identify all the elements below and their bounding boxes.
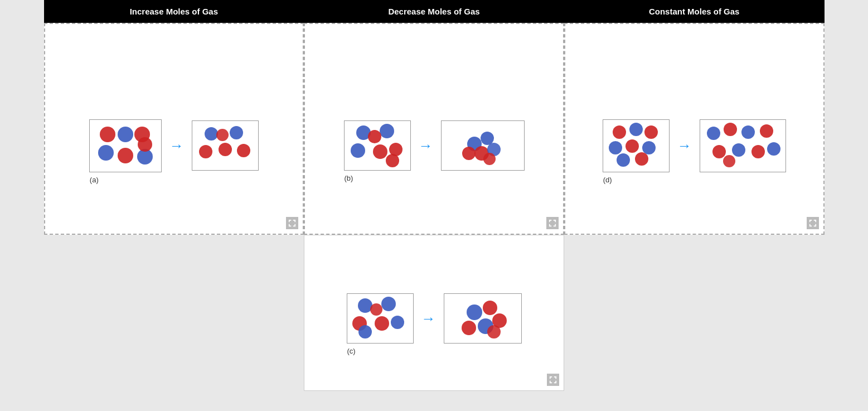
svg-point-55 bbox=[723, 155, 735, 167]
svg-point-32 bbox=[358, 325, 372, 339]
diagram-row-c: (c) → bbox=[347, 293, 522, 344]
svg-point-6 bbox=[138, 137, 152, 152]
panel-b: (b) → bbox=[304, 23, 564, 235]
column-constant: Constant Moles of Gas (d) bbox=[564, 0, 825, 391]
molecules-before-c bbox=[350, 296, 411, 341]
label-d: (d) bbox=[603, 176, 612, 184]
header-increase: Increase Moles of Gas bbox=[44, 0, 304, 23]
after-box-b bbox=[441, 120, 525, 171]
expand-button-b[interactable] bbox=[546, 217, 559, 229]
svg-point-1 bbox=[98, 145, 114, 161]
svg-point-38 bbox=[487, 325, 501, 339]
svg-point-25 bbox=[483, 153, 496, 165]
arrow-b: → bbox=[419, 137, 433, 154]
molecules-after-d bbox=[702, 121, 783, 170]
main-container: Increase Moles of Gas bbox=[44, 0, 825, 391]
header-constant: Constant Moles of Gas bbox=[564, 0, 825, 23]
after-box-c bbox=[444, 293, 522, 344]
molecules-before-a bbox=[92, 122, 159, 170]
svg-point-10 bbox=[219, 143, 232, 156]
svg-point-29 bbox=[375, 316, 389, 331]
svg-point-7 bbox=[205, 127, 218, 141]
svg-point-42 bbox=[609, 141, 622, 154]
molecules-before-d bbox=[605, 121, 667, 170]
before-box-d: (d) bbox=[603, 119, 670, 172]
diagram-row-a: (a) → bbox=[89, 119, 259, 172]
molecules-after-c bbox=[447, 296, 519, 341]
diagram-row-d: (d) → bbox=[603, 119, 786, 172]
label-a: (a) bbox=[90, 176, 99, 184]
svg-point-53 bbox=[751, 145, 765, 158]
before-box-c: (c) bbox=[347, 293, 414, 344]
panel-d: (d) → bbox=[564, 23, 825, 235]
svg-point-49 bbox=[741, 125, 755, 139]
svg-point-23 bbox=[462, 147, 476, 160]
column-decrease: Decrease Moles of Gas (b) bbox=[304, 0, 564, 391]
header-decrease: Decrease Moles of Gas bbox=[304, 0, 564, 23]
after-box-d bbox=[700, 119, 786, 172]
molecules-before-b bbox=[347, 123, 408, 168]
expand-button-c[interactable] bbox=[547, 374, 559, 386]
svg-point-0 bbox=[118, 127, 133, 142]
panel-a: (a) → bbox=[44, 23, 304, 235]
before-box-a: (a) bbox=[89, 119, 162, 172]
svg-point-18 bbox=[368, 130, 381, 143]
svg-point-9 bbox=[199, 145, 212, 158]
after-box-a bbox=[192, 120, 259, 171]
svg-point-44 bbox=[642, 141, 656, 154]
expand-button-a[interactable] bbox=[286, 217, 298, 229]
svg-point-11 bbox=[237, 144, 250, 157]
label-b: (b) bbox=[345, 174, 353, 182]
svg-point-47 bbox=[707, 127, 720, 140]
svg-point-41 bbox=[644, 125, 658, 139]
svg-point-52 bbox=[732, 143, 745, 157]
svg-point-30 bbox=[391, 316, 404, 329]
svg-point-34 bbox=[483, 301, 497, 315]
svg-point-27 bbox=[381, 297, 396, 311]
svg-point-51 bbox=[712, 145, 726, 158]
svg-point-16 bbox=[373, 144, 387, 159]
svg-point-5 bbox=[118, 148, 133, 163]
panel-c: (c) → bbox=[304, 235, 564, 391]
diagram-row-b: (b) → bbox=[344, 120, 525, 171]
svg-point-12 bbox=[216, 129, 229, 141]
molecules-after-b bbox=[444, 123, 522, 168]
svg-point-46 bbox=[635, 152, 648, 166]
svg-point-15 bbox=[351, 143, 365, 158]
svg-point-48 bbox=[724, 123, 737, 136]
svg-point-35 bbox=[462, 321, 476, 335]
molecules-after-a bbox=[195, 123, 256, 168]
svg-point-3 bbox=[100, 127, 115, 142]
svg-point-54 bbox=[767, 142, 780, 156]
svg-point-8 bbox=[230, 126, 243, 139]
before-box-b: (b) bbox=[344, 120, 411, 171]
svg-point-45 bbox=[617, 153, 630, 167]
column-increase: Increase Moles of Gas bbox=[44, 0, 304, 391]
arrow-a: → bbox=[169, 137, 184, 154]
svg-point-19 bbox=[386, 154, 399, 167]
svg-point-39 bbox=[613, 125, 626, 139]
expand-button-d[interactable] bbox=[807, 217, 819, 229]
svg-point-43 bbox=[625, 139, 639, 153]
svg-point-33 bbox=[467, 304, 482, 320]
svg-point-40 bbox=[629, 123, 643, 136]
arrow-c: → bbox=[421, 310, 436, 327]
label-c: (c) bbox=[347, 347, 356, 355]
svg-point-14 bbox=[380, 124, 394, 138]
arrow-d: → bbox=[677, 137, 692, 154]
svg-point-21 bbox=[481, 132, 494, 145]
svg-point-50 bbox=[760, 124, 773, 138]
svg-point-26 bbox=[358, 298, 372, 313]
svg-point-31 bbox=[370, 303, 382, 316]
